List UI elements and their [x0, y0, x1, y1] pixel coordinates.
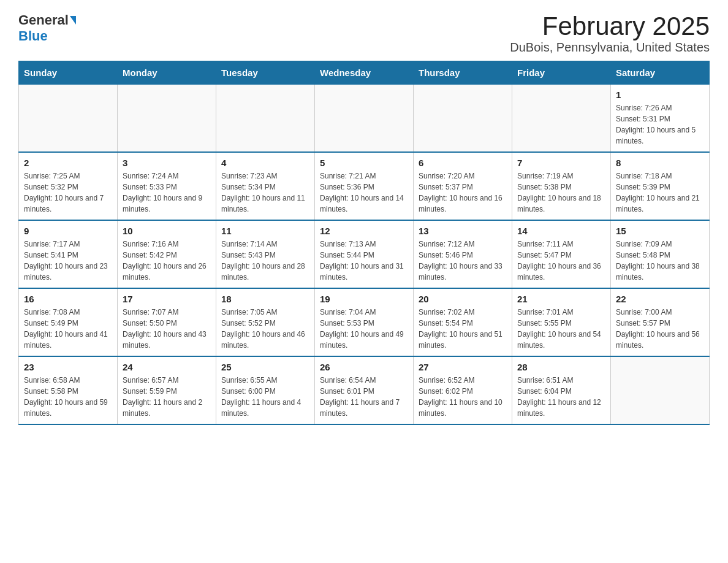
- table-row: 26Sunrise: 6:54 AM Sunset: 6:01 PM Dayli…: [315, 356, 414, 424]
- day-number: 2: [24, 158, 112, 168]
- col-wednesday: Wednesday: [315, 61, 414, 85]
- day-number: 10: [123, 226, 211, 236]
- day-number: 27: [419, 362, 507, 372]
- calendar-week-row: 16Sunrise: 7:08 AM Sunset: 5:49 PM Dayli…: [19, 288, 710, 356]
- table-row: 2Sunrise: 7:25 AM Sunset: 5:32 PM Daylig…: [19, 152, 118, 220]
- table-row: 7Sunrise: 7:19 AM Sunset: 5:38 PM Daylig…: [512, 152, 611, 220]
- table-row: 27Sunrise: 6:52 AM Sunset: 6:02 PM Dayli…: [414, 356, 512, 424]
- table-row: [216, 85, 315, 153]
- table-row: [118, 85, 216, 153]
- table-row: [19, 85, 118, 153]
- table-row: [414, 85, 512, 153]
- day-detail: Sunrise: 7:18 AM Sunset: 5:39 PM Dayligh…: [616, 170, 704, 215]
- day-detail: Sunrise: 7:00 AM Sunset: 5:57 PM Dayligh…: [616, 307, 704, 351]
- day-number: 23: [24, 362, 112, 372]
- logo-blue-text: Blue: [18, 28, 48, 44]
- day-detail: Sunrise: 7:04 AM Sunset: 5:53 PM Dayligh…: [320, 307, 408, 351]
- table-row: 13Sunrise: 7:12 AM Sunset: 5:46 PM Dayli…: [414, 220, 512, 288]
- table-row: 25Sunrise: 6:55 AM Sunset: 6:00 PM Dayli…: [216, 356, 315, 424]
- day-number: 6: [419, 158, 507, 168]
- table-row: 10Sunrise: 7:16 AM Sunset: 5:42 PM Dayli…: [118, 220, 216, 288]
- day-number: 7: [517, 158, 605, 168]
- table-row: 20Sunrise: 7:02 AM Sunset: 5:54 PM Dayli…: [414, 288, 512, 356]
- table-row: 11Sunrise: 7:14 AM Sunset: 5:43 PM Dayli…: [216, 220, 315, 288]
- day-detail: Sunrise: 6:51 AM Sunset: 6:04 PM Dayligh…: [517, 375, 605, 419]
- day-number: 28: [517, 362, 605, 372]
- day-detail: Sunrise: 7:12 AM Sunset: 5:46 PM Dayligh…: [419, 239, 507, 283]
- table-row: 17Sunrise: 7:07 AM Sunset: 5:50 PM Dayli…: [118, 288, 216, 356]
- day-detail: Sunrise: 7:19 AM Sunset: 5:38 PM Dayligh…: [517, 170, 605, 215]
- table-row: 3Sunrise: 7:24 AM Sunset: 5:33 PM Daylig…: [118, 152, 216, 220]
- logo: General Blue: [18, 12, 76, 44]
- day-number: 12: [320, 226, 408, 236]
- day-number: 24: [123, 362, 211, 372]
- col-monday: Monday: [118, 61, 216, 85]
- day-detail: Sunrise: 7:25 AM Sunset: 5:32 PM Dayligh…: [24, 170, 112, 215]
- day-number: 5: [320, 158, 408, 168]
- table-row: 19Sunrise: 7:04 AM Sunset: 5:53 PM Dayli…: [315, 288, 414, 356]
- day-number: 21: [517, 294, 605, 304]
- table-row: [315, 85, 414, 153]
- col-saturday: Saturday: [611, 61, 710, 85]
- day-detail: Sunrise: 7:07 AM Sunset: 5:50 PM Dayligh…: [123, 307, 211, 351]
- day-number: 20: [419, 294, 507, 304]
- table-row: 14Sunrise: 7:11 AM Sunset: 5:47 PM Dayli…: [512, 220, 611, 288]
- day-number: 18: [221, 294, 309, 304]
- day-detail: Sunrise: 7:13 AM Sunset: 5:44 PM Dayligh…: [320, 239, 408, 283]
- day-detail: Sunrise: 7:20 AM Sunset: 5:37 PM Dayligh…: [419, 170, 507, 215]
- day-number: 1: [616, 90, 704, 100]
- logo-general-text: General: [18, 12, 69, 28]
- day-detail: Sunrise: 7:17 AM Sunset: 5:41 PM Dayligh…: [24, 239, 112, 283]
- day-detail: Sunrise: 6:52 AM Sunset: 6:02 PM Dayligh…: [419, 375, 507, 419]
- day-number: 14: [517, 226, 605, 236]
- table-row: 15Sunrise: 7:09 AM Sunset: 5:48 PM Dayli…: [611, 220, 710, 288]
- day-detail: Sunrise: 7:08 AM Sunset: 5:49 PM Dayligh…: [24, 307, 112, 351]
- calendar-week-row: 9Sunrise: 7:17 AM Sunset: 5:41 PM Daylig…: [19, 220, 710, 288]
- day-number: 8: [616, 158, 704, 168]
- day-detail: Sunrise: 7:11 AM Sunset: 5:47 PM Dayligh…: [517, 239, 605, 283]
- day-detail: Sunrise: 6:57 AM Sunset: 5:59 PM Dayligh…: [123, 375, 211, 419]
- calendar-subtitle: DuBois, Pennsylvania, United States: [510, 40, 710, 55]
- day-detail: Sunrise: 7:05 AM Sunset: 5:52 PM Dayligh…: [221, 307, 309, 351]
- table-row: 23Sunrise: 6:58 AM Sunset: 5:58 PM Dayli…: [19, 356, 118, 424]
- col-sunday: Sunday: [19, 61, 118, 85]
- calendar-table: Sunday Monday Tuesday Wednesday Thursday…: [18, 61, 710, 425]
- table-row: 12Sunrise: 7:13 AM Sunset: 5:44 PM Dayli…: [315, 220, 414, 288]
- day-detail: Sunrise: 7:01 AM Sunset: 5:55 PM Dayligh…: [517, 307, 605, 351]
- day-number: 4: [221, 158, 309, 168]
- table-row: 9Sunrise: 7:17 AM Sunset: 5:41 PM Daylig…: [19, 220, 118, 288]
- table-row: 28Sunrise: 6:51 AM Sunset: 6:04 PM Dayli…: [512, 356, 611, 424]
- day-number: 9: [24, 226, 112, 236]
- table-row: 1Sunrise: 7:26 AM Sunset: 5:31 PM Daylig…: [611, 85, 710, 153]
- calendar-week-row: 2Sunrise: 7:25 AM Sunset: 5:32 PM Daylig…: [19, 152, 710, 220]
- table-row: [611, 356, 710, 424]
- day-detail: Sunrise: 7:16 AM Sunset: 5:42 PM Dayligh…: [123, 239, 211, 283]
- day-number: 19: [320, 294, 408, 304]
- table-row: 24Sunrise: 6:57 AM Sunset: 5:59 PM Dayli…: [118, 356, 216, 424]
- table-row: 16Sunrise: 7:08 AM Sunset: 5:49 PM Dayli…: [19, 288, 118, 356]
- table-row: 6Sunrise: 7:20 AM Sunset: 5:37 PM Daylig…: [414, 152, 512, 220]
- day-number: 22: [616, 294, 704, 304]
- col-thursday: Thursday: [414, 61, 512, 85]
- calendar-header-row: Sunday Monday Tuesday Wednesday Thursday…: [19, 61, 710, 85]
- day-detail: Sunrise: 7:09 AM Sunset: 5:48 PM Dayligh…: [616, 239, 704, 283]
- day-detail: Sunrise: 6:58 AM Sunset: 5:58 PM Dayligh…: [24, 375, 112, 419]
- day-detail: Sunrise: 7:24 AM Sunset: 5:33 PM Dayligh…: [123, 170, 211, 215]
- table-row: 8Sunrise: 7:18 AM Sunset: 5:39 PM Daylig…: [611, 152, 710, 220]
- day-detail: Sunrise: 7:26 AM Sunset: 5:31 PM Dayligh…: [616, 102, 704, 147]
- table-row: 18Sunrise: 7:05 AM Sunset: 5:52 PM Dayli…: [216, 288, 315, 356]
- col-tuesday: Tuesday: [216, 61, 315, 85]
- day-detail: Sunrise: 7:14 AM Sunset: 5:43 PM Dayligh…: [221, 239, 309, 283]
- day-number: 11: [221, 226, 309, 236]
- table-row: [512, 85, 611, 153]
- table-row: 21Sunrise: 7:01 AM Sunset: 5:55 PM Dayli…: [512, 288, 611, 356]
- day-number: 26: [320, 362, 408, 372]
- page-header: General Blue February 2025 DuBois, Penns…: [18, 12, 710, 55]
- calendar-title: February 2025: [510, 12, 710, 40]
- day-number: 13: [419, 226, 507, 236]
- logo-triangle-icon: [70, 16, 76, 25]
- calendar-week-row: 23Sunrise: 6:58 AM Sunset: 5:58 PM Dayli…: [19, 356, 710, 424]
- day-number: 17: [123, 294, 211, 304]
- day-number: 25: [221, 362, 309, 372]
- col-friday: Friday: [512, 61, 611, 85]
